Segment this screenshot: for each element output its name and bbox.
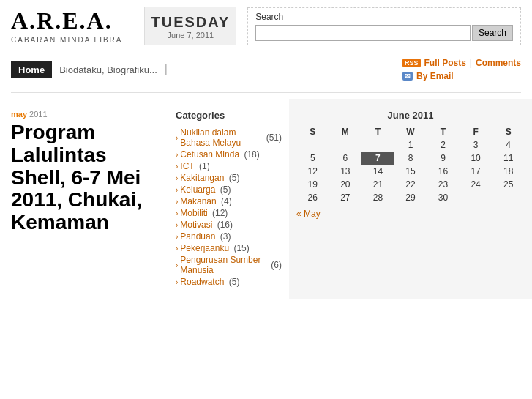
search-label: Search xyxy=(255,12,513,22)
category-item: ›ICT (1) xyxy=(176,160,282,172)
cal-day-cell[interactable]: 11 xyxy=(492,152,525,165)
cal-header-cell: T xyxy=(361,125,394,138)
cal-day-cell[interactable]: 8 xyxy=(394,152,427,165)
subscribe-separator: | xyxy=(470,58,472,68)
cat-count: (18) xyxy=(241,149,260,160)
category-link[interactable]: Mobiliti xyxy=(180,208,207,218)
article-title: Program Lalulintas Shell, 6-7 Mei 2011, … xyxy=(11,122,157,234)
full-posts-link[interactable]: Full Posts xyxy=(424,58,466,68)
calendar-body: 1234567891011121314151617181920212223242… xyxy=(296,138,525,204)
nav-home-button[interactable]: Home xyxy=(11,61,52,78)
cat-count: (6) xyxy=(269,260,282,270)
category-link[interactable]: Kakitangan xyxy=(180,173,224,183)
date-display: TUESDAY June 7, 2011 xyxy=(144,7,236,45)
site-subtitle: CABARAN MINDA LIBRA xyxy=(11,36,122,44)
calendar-row: 1234 xyxy=(296,138,525,152)
cal-day-cell[interactable]: 10 xyxy=(460,152,492,165)
category-link[interactable]: Nukilan dalam Bahasa Melayu xyxy=(180,127,261,148)
cal-day-cell[interactable]: 30 xyxy=(427,191,460,204)
cat-arrow: › xyxy=(176,134,178,142)
cal-day-cell[interactable]: 2 xyxy=(427,138,460,152)
category-link[interactable]: Pengurusan Sumber Manusia xyxy=(180,255,266,275)
category-item: ›Cetusan Minda (18) xyxy=(176,149,282,160)
prev-month-link[interactable]: « May xyxy=(296,209,321,219)
category-link[interactable]: Makanan xyxy=(180,196,216,206)
calendar-row: 2627282930 xyxy=(296,191,525,204)
calendar-row: 567891011 xyxy=(296,152,525,165)
cal-day-cell[interactable]: 3 xyxy=(460,138,492,152)
logo-area: A.R.E.A. CABARAN MINDA LIBRA xyxy=(11,7,133,45)
comments-link[interactable]: Comments xyxy=(476,58,521,68)
date-full: June 7, 2011 xyxy=(168,31,214,40)
cal-day-cell[interactable]: 13 xyxy=(329,165,362,178)
by-email-link[interactable]: By Email xyxy=(416,71,454,81)
cal-day-cell[interactable]: 29 xyxy=(394,191,427,204)
cal-day-cell[interactable]: 15 xyxy=(394,165,427,178)
cal-header-cell: M xyxy=(329,125,362,138)
category-item: ›Nukilan dalam Bahasa Melayu (51) xyxy=(176,127,282,149)
cal-day-cell[interactable]: 12 xyxy=(296,165,329,178)
categories-title: Categories xyxy=(176,110,282,121)
cat-count: (12) xyxy=(210,208,228,218)
search-button[interactable]: Search xyxy=(472,25,513,41)
calendar-row: 12131415161718 xyxy=(296,165,525,178)
cat-arrow: › xyxy=(176,163,178,171)
cal-day-cell[interactable]: 14 xyxy=(361,165,394,178)
cal-day-cell[interactable]: 25 xyxy=(492,178,525,191)
cal-day-cell[interactable]: 17 xyxy=(460,165,492,178)
category-item: ›Keluarga (5) xyxy=(176,184,282,195)
cal-day-cell[interactable]: 22 xyxy=(394,178,427,191)
cal-day-cell[interactable]: 9 xyxy=(427,152,460,165)
search-input[interactable] xyxy=(255,25,471,41)
cat-arrow: › xyxy=(176,261,178,269)
cat-arrow: › xyxy=(176,209,178,217)
nav-bio-link[interactable]: Biodataku, Biografiku... xyxy=(59,64,157,75)
calendar-widget: June 2011 SMTWTFS 1234567891011121314151… xyxy=(289,99,532,299)
cal-day-cell[interactable]: 19 xyxy=(296,178,329,191)
category-link[interactable]: Panduan xyxy=(180,231,215,242)
category-link[interactable]: Roadwatch xyxy=(180,277,224,287)
cal-day-cell[interactable]: 16 xyxy=(427,165,460,178)
category-item: ›Roadwatch (5) xyxy=(176,276,282,288)
category-item: ›Mobiliti (12) xyxy=(176,207,282,219)
cal-day-cell[interactable]: 28 xyxy=(361,191,394,204)
cal-day-cell[interactable]: 20 xyxy=(329,178,362,191)
date-day: TUESDAY xyxy=(151,14,230,31)
cal-day-cell[interactable]: 21 xyxy=(361,178,394,191)
cat-count: (16) xyxy=(214,220,233,230)
email-icon: ✉ xyxy=(402,72,413,81)
cat-arrow: › xyxy=(176,278,178,286)
article-area: may 2011 Program Lalulintas Shell, 6-7 M… xyxy=(0,99,168,299)
article-month: may xyxy=(11,110,27,119)
category-link[interactable]: Motivasi xyxy=(180,220,212,230)
cat-count: (5) xyxy=(226,277,239,287)
cal-day-cell[interactable]: 26 xyxy=(296,191,329,204)
article-date: may 2011 xyxy=(11,110,157,119)
category-link[interactable]: Keluarga xyxy=(180,184,215,195)
cal-day-cell xyxy=(361,138,394,152)
cal-day-cell[interactable]: 5 xyxy=(296,152,329,165)
cal-day-cell[interactable]: 4 xyxy=(492,138,525,152)
rss-icon: RSS xyxy=(402,59,421,67)
cat-count: (5) xyxy=(217,184,231,195)
category-link[interactable]: ICT xyxy=(180,161,194,171)
cal-day-cell xyxy=(329,138,362,152)
cal-day-cell[interactable]: 6 xyxy=(329,152,362,165)
cal-day-cell[interactable]: 24 xyxy=(460,178,492,191)
site-title: A.R.E.A. xyxy=(11,7,122,34)
cal-day-cell[interactable]: 7 xyxy=(361,152,394,165)
category-link[interactable]: Pekerjaanku xyxy=(180,243,229,253)
cal-day-cell[interactable]: 1 xyxy=(394,138,427,152)
cal-day-cell[interactable]: 27 xyxy=(329,191,362,204)
cat-count: (1) xyxy=(197,161,210,171)
cal-day-cell xyxy=(492,191,525,204)
cal-day-cell[interactable]: 18 xyxy=(492,165,525,178)
category-link[interactable]: Cetusan Minda xyxy=(180,149,239,160)
cat-arrow: › xyxy=(176,245,178,253)
cal-day-cell[interactable]: 23 xyxy=(427,178,460,191)
nav-bar: Home Biodataku, Biografiku... | RSS Full… xyxy=(0,53,532,86)
rss-subscribe-row: RSS Full Posts | Comments xyxy=(402,58,521,68)
cal-header-cell: T xyxy=(427,125,460,138)
cat-arrow: › xyxy=(176,151,178,159)
cal-header-cell: S xyxy=(492,125,525,138)
